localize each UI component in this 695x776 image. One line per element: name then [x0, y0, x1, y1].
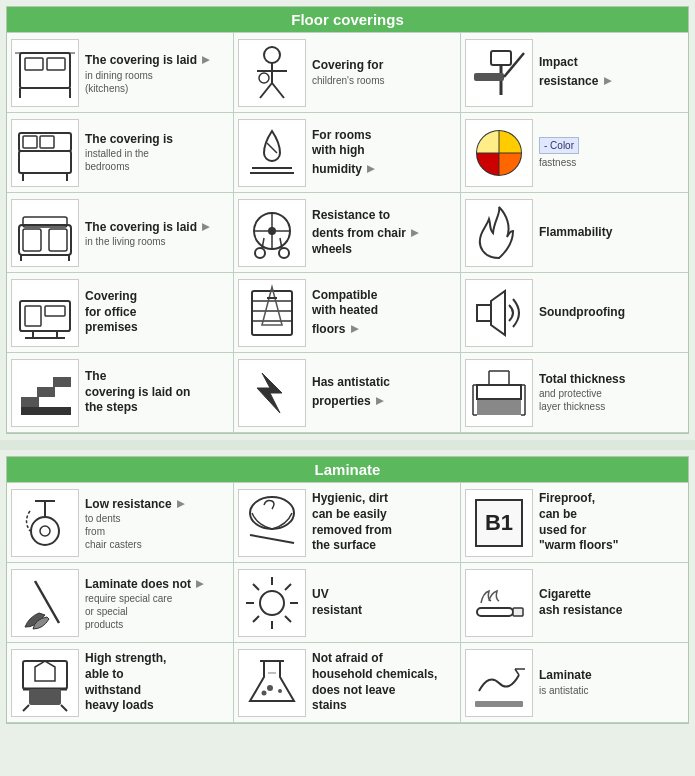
svg-rect-88: [513, 608, 523, 616]
laminate-header: Laminate: [7, 457, 688, 482]
hygienic-icon: [238, 489, 306, 557]
chemicals-text: Not afraid ofhousehold chemicals,does no…: [312, 651, 456, 713]
heavy-loads-text: High strength,able towithstandheavy load…: [85, 651, 229, 713]
cell-office: Coveringfor officepremises: [7, 273, 234, 353]
cell-resistance-wheels: Resistance todents from chair ▸wheels: [234, 193, 461, 273]
cell-color: - Color fastness: [461, 113, 688, 193]
color-icon: [465, 119, 533, 187]
svg-rect-61: [477, 385, 521, 399]
svg-point-38: [255, 248, 265, 258]
svg-line-92: [23, 705, 29, 711]
svg-rect-16: [19, 151, 71, 173]
cell-dining: The covering is laid ▸ in dining rooms(k…: [7, 33, 234, 113]
svg-rect-59: [21, 407, 71, 415]
svg-rect-44: [45, 306, 65, 316]
chemicals-icon: [238, 649, 306, 717]
antistatic-icon: [238, 359, 306, 427]
cell-bedroom: The covering is installed in thebedrooms: [7, 113, 234, 193]
svg-rect-91: [29, 689, 61, 705]
cell-heated-floors: Compatiblewith heatedfloors ▸: [234, 273, 461, 353]
svg-rect-19: [40, 136, 54, 148]
svg-point-78: [260, 591, 284, 615]
cell-impact: Impactresistance ▸: [461, 33, 688, 113]
svg-rect-1: [25, 58, 43, 70]
humidity-text: For roomswith highhumidity ▸: [312, 128, 456, 178]
svg-rect-30: [49, 229, 67, 251]
chair-wheels-icon: [238, 199, 306, 267]
cigarette-text: Cigaretteash resistance: [539, 587, 684, 618]
svg-line-85: [285, 584, 291, 590]
svg-point-96: [267, 685, 273, 691]
children-text: Covering for children's rooms: [312, 58, 456, 87]
svg-rect-58: [21, 397, 39, 407]
cell-steps: Thecovering is laid onthe steps: [7, 353, 234, 433]
humidity-icon: [238, 119, 306, 187]
floor-coverings-section: Floor coverings The covering is laid ▸ i…: [6, 6, 689, 434]
svg-point-11: [259, 73, 269, 83]
laminate-antistatic-text: Laminate is antistatic: [539, 668, 684, 697]
svg-line-76: [250, 535, 294, 543]
svg-point-72: [40, 526, 50, 536]
svg-line-83: [253, 584, 259, 590]
low-resistance-text: Low resistance ▸ to dentsfromchair caste…: [85, 494, 229, 552]
livingroom-text: The covering is laid ▸ in the living roo…: [85, 217, 229, 249]
svg-point-97: [278, 689, 282, 693]
svg-line-84: [285, 616, 291, 622]
floor-coverings-header: Floor coverings: [7, 7, 688, 32]
svg-rect-2: [47, 58, 65, 70]
antistatic2-icon: [465, 649, 533, 717]
dining-icon: [11, 39, 79, 107]
cell-soundproofing: Soundproofing: [461, 273, 688, 353]
svg-rect-14: [474, 73, 504, 81]
section-gap: [0, 440, 695, 450]
hammer-icon: [465, 39, 533, 107]
heated-floors-text: Compatiblewith heatedfloors ▸: [312, 288, 456, 338]
cell-chemicals: Not afraid ofhousehold chemicals,does no…: [234, 643, 461, 723]
svg-rect-43: [25, 306, 41, 326]
cell-humidity: For roomswith highhumidity ▸: [234, 113, 461, 193]
livingroom-icon: [11, 199, 79, 267]
svg-line-24: [267, 143, 277, 153]
cell-thickness: Total thickness and protectivelayer thic…: [461, 353, 688, 433]
svg-rect-29: [23, 229, 41, 251]
b1-icon: B1: [465, 489, 533, 557]
resistance-wheels-text: Resistance todents from chair ▸wheels: [312, 208, 456, 258]
heavy-loads-icon: [11, 649, 79, 717]
dining-text: The covering is laid ▸ in dining rooms(k…: [85, 50, 229, 95]
svg-line-86: [253, 616, 259, 622]
svg-rect-56: [53, 377, 71, 387]
svg-point-71: [31, 517, 59, 545]
cell-cigarette: Cigaretteash resistance: [461, 563, 688, 643]
uv-text: UVresistant: [312, 587, 456, 618]
thickness-text: Total thickness and protectivelayer thic…: [539, 372, 684, 414]
svg-rect-60: [477, 399, 521, 415]
office-icon: [11, 279, 79, 347]
sound-icon: [465, 279, 533, 347]
cell-heavy-loads: High strength,able towithstandheavy load…: [7, 643, 234, 723]
flame-icon: [465, 199, 533, 267]
svg-line-93: [61, 705, 67, 711]
cell-hygienic: Hygienic, dirtcan be easilyremoved fromt…: [234, 483, 461, 563]
svg-point-6: [264, 47, 280, 63]
steps-icon: [11, 359, 79, 427]
svg-rect-87: [477, 608, 513, 616]
caster-icon: [11, 489, 79, 557]
color-text: - Color fastness: [539, 137, 684, 169]
cell-antistatic: Has antistaticproperties ▸: [234, 353, 461, 433]
svg-rect-55: [477, 305, 491, 321]
thickness-icon: [465, 359, 533, 427]
svg-marker-53: [262, 287, 282, 325]
cell-low-resistance: Low resistance ▸ to dentsfromchair caste…: [7, 483, 234, 563]
flammability-text: Flammability: [539, 225, 684, 241]
floor-coverings-grid: The covering is laid ▸ in dining rooms(k…: [7, 32, 688, 433]
office-text: Coveringfor officepremises: [85, 289, 229, 336]
cell-livingroom: The covering is laid ▸ in the living roo…: [7, 193, 234, 273]
hygienic-text: Hygienic, dirtcan be easilyremoved fromt…: [312, 491, 456, 553]
bedroom-text: The covering is installed in thebedrooms: [85, 132, 229, 174]
svg-rect-57: [37, 387, 55, 397]
soundproofing-text: Soundproofing: [539, 305, 684, 321]
cell-laminate-antistatic: Laminate is antistatic: [461, 643, 688, 723]
antistatic-text: Has antistaticproperties ▸: [312, 375, 456, 409]
svg-line-9: [260, 83, 272, 98]
svg-rect-18: [23, 136, 37, 148]
